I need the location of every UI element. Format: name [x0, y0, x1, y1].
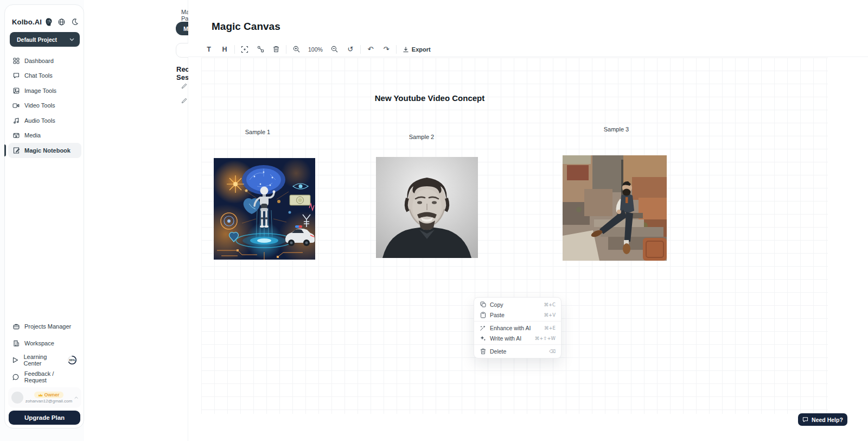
- sidebar-item-media[interactable]: Media: [8, 128, 81, 143]
- canvas-text-title[interactable]: New Youtube Video Concept: [348, 93, 511, 103]
- brain-logo-icon: [44, 17, 53, 27]
- context-menu-item-copy[interactable]: Copy ⌘+C: [474, 299, 561, 310]
- chat-icon: [12, 72, 20, 79]
- trash-icon: [273, 46, 279, 53]
- sidebar-item-label: Dashboard: [24, 58, 54, 64]
- brand-logo[interactable]: Kolbo.AI: [12, 18, 42, 26]
- pencil-icon: [181, 83, 188, 89]
- upgrade-plan-button[interactable]: Upgrade Plan: [9, 411, 80, 425]
- reset-rotation-button[interactable]: ↺: [344, 43, 356, 55]
- learning-progress-badge: 66%: [67, 355, 77, 365]
- sidebar-item-label: Workspace: [24, 340, 54, 346]
- need-help-label: Need Help?: [812, 417, 843, 423]
- zoom-level: 100%: [306, 46, 325, 53]
- active-nav-indicator: [4, 144, 6, 156]
- context-menu-item-enhance-with-ai[interactable]: Enhance with AI ⌘+E: [474, 323, 561, 333]
- project-selector-label: Default Project: [17, 36, 57, 43]
- context-menu-shortcut: ⌘+V: [544, 312, 556, 318]
- context-menu-item-paste[interactable]: Paste ⌘+V: [474, 310, 561, 320]
- audio-icon: [12, 117, 20, 124]
- sidebar-item-workspace[interactable]: Workspace: [8, 335, 81, 351]
- context-menu-separator: [474, 344, 561, 345]
- download-icon: [403, 46, 409, 53]
- sidebar-item-label: Magic Notebook: [24, 147, 71, 154]
- zoom-in-icon: [293, 46, 300, 53]
- need-help-button[interactable]: Need Help?: [798, 413, 847, 426]
- sidebar-item-video-tools[interactable]: Video Tools: [8, 98, 81, 114]
- magic-canvas-surface[interactable]: New Youtube Video Concept Sample 1 Sampl…: [201, 58, 828, 414]
- sidebar-item-feedback-request[interactable]: Feedback / Request: [8, 368, 81, 385]
- project-selector[interactable]: Default Project: [10, 32, 80, 47]
- context-menu-label: Enhance with AI: [490, 325, 540, 331]
- sidebar-item-label: Video Tools: [24, 102, 55, 109]
- sample-image-1[interactable]: [214, 158, 315, 260]
- paste-icon: [480, 312, 486, 318]
- crown-icon: [38, 393, 43, 397]
- flow-tool-button[interactable]: [254, 43, 266, 55]
- redo-button[interactable]: ↷: [380, 43, 392, 55]
- chat-bubble-icon: [802, 417, 808, 423]
- pencil-icon: [181, 98, 188, 104]
- sidebar-item-learning-center[interactable]: Learning Center 66%: [8, 351, 81, 368]
- magic-wand-icon: [480, 325, 486, 331]
- heading-tool-button[interactable]: H: [219, 43, 231, 55]
- ai-select-tool-button[interactable]: [239, 43, 251, 55]
- sparkles-icon: [480, 335, 486, 342]
- delete-tool-button[interactable]: [270, 43, 282, 55]
- page-title: Magic Canvas: [212, 21, 280, 33]
- zoom-in-button[interactable]: [290, 43, 302, 55]
- context-menu-separator: [474, 321, 561, 322]
- canvas-text-sample-3[interactable]: Sample 3: [589, 126, 643, 133]
- play-icon: [12, 357, 18, 363]
- context-menu-label: Write with AI: [490, 335, 531, 342]
- zoom-out-icon: [331, 46, 338, 53]
- globe-icon[interactable]: [58, 18, 65, 26]
- owner-badge-label: Owner: [44, 392, 59, 398]
- canvas-text-sample-2[interactable]: Sample 2: [394, 134, 449, 140]
- context-menu-item-delete[interactable]: Delete ⌫: [474, 346, 561, 356]
- account-menu[interactable]: Owner zoharvan12@gmail.com: [8, 387, 81, 408]
- sidebar-item-chat-tools[interactable]: Chat Tools: [8, 68, 81, 84]
- chevron-down-icon: [69, 38, 74, 41]
- toolbar-divider: [188, 56, 868, 57]
- text-tool-button[interactable]: T: [203, 43, 215, 55]
- app-root: Kolbo.AI Default Project Dashboard: [0, 0, 868, 441]
- sidebar-item-audio-tools[interactable]: Audio Tools: [8, 113, 81, 128]
- chevron-up-icon: [74, 396, 78, 399]
- export-label: Export: [412, 46, 431, 53]
- copy-icon: [480, 301, 486, 307]
- sidebar-item-magic-notebook[interactable]: Magic Notebook: [8, 143, 81, 158]
- context-menu-item-write-with-ai[interactable]: Write with AI ⌘+⇧+W: [474, 333, 561, 343]
- primary-sidebar: Kolbo.AI Default Project Dashboard: [4, 4, 84, 429]
- sidebar-item-image-tools[interactable]: Image Tools: [8, 83, 81, 98]
- trash-icon: [480, 348, 486, 355]
- moon-icon[interactable]: [72, 18, 78, 25]
- logo-row: Kolbo.AI: [12, 16, 78, 28]
- briefcase-icon: [12, 323, 20, 330]
- zoom-out-button[interactable]: [329, 43, 341, 55]
- building-icon: [12, 340, 20, 346]
- canvas-text-sample-1[interactable]: Sample 1: [231, 129, 285, 135]
- sidebar-item-projects-manager[interactable]: Projects Manager: [8, 318, 81, 335]
- context-menu-label: Paste: [490, 312, 540, 318]
- sidebar-item-label: Media: [24, 132, 41, 138]
- account-info: Owner zoharvan12@gmail.com: [23, 392, 74, 404]
- sidebar-item-label: Learning Center: [23, 354, 61, 367]
- flow-icon: [257, 46, 264, 53]
- feedback-icon: [12, 374, 20, 380]
- session-panel: Magic Pad Magic Canvas + New Session Rec…: [84, 0, 188, 441]
- account-email: zoharvan12@gmail.com: [25, 399, 72, 404]
- avatar: [11, 392, 23, 404]
- main-area: Magic Canvas T H 100% ↺ ↶: [188, 0, 868, 441]
- sidebar-item-label: Chat Tools: [24, 72, 53, 79]
- sample-image-2[interactable]: [376, 157, 478, 258]
- owner-badge: Owner: [34, 392, 63, 398]
- sidebar-item-dashboard[interactable]: Dashboard: [8, 53, 81, 68]
- ai-select-icon: [241, 46, 248, 53]
- context-menu-shortcut: ⌫: [549, 349, 556, 354]
- undo-button[interactable]: ↶: [365, 43, 376, 55]
- toolbar-separator: [234, 45, 235, 54]
- sample-image-3[interactable]: [563, 155, 667, 261]
- sidebar-secondary: Projects Manager Workspace Learning Cent…: [8, 318, 81, 385]
- export-button[interactable]: Export: [400, 46, 433, 53]
